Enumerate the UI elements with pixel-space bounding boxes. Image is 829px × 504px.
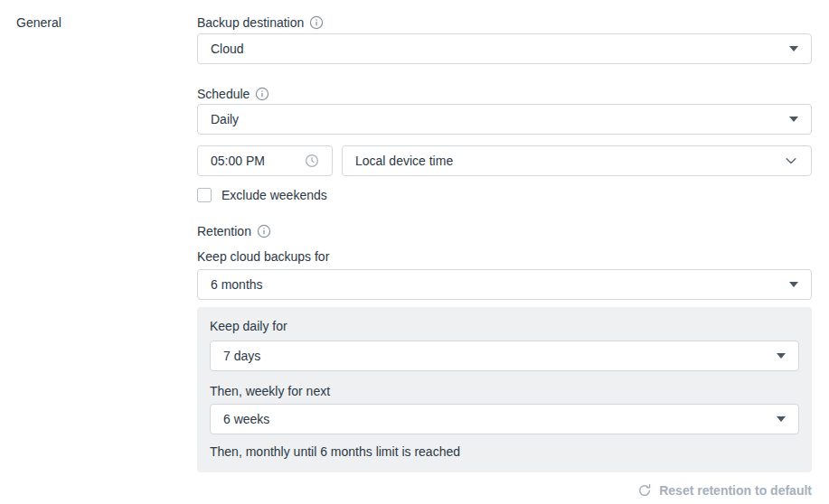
time-input[interactable]: 05:00 PM — [197, 145, 333, 176]
chevron-down-icon — [784, 154, 798, 168]
backup-settings-page: General Backup destination Cloud Schedul… — [0, 0, 829, 504]
keep-daily-value: 7 days — [223, 349, 260, 363]
reset-retention-link[interactable]: Reset retention to default — [197, 483, 812, 498]
keep-daily-select[interactable]: 7 days — [210, 341, 799, 371]
exclude-weekends-checkbox[interactable] — [197, 188, 212, 202]
dropdown-arrow-icon — [789, 117, 798, 122]
schedule-label-row: Schedule — [197, 86, 812, 102]
backup-destination-value: Cloud — [211, 42, 244, 56]
info-icon[interactable] — [255, 87, 269, 101]
weekly-value: 6 weeks — [223, 412, 269, 426]
backup-destination-label: Backup destination — [197, 14, 304, 31]
weekly-select[interactable]: 6 weeks — [210, 404, 799, 434]
backup-destination-label-row: Backup destination — [197, 14, 812, 31]
schedule-label: Schedule — [197, 86, 250, 102]
retention-label: Retention — [197, 223, 251, 239]
schedule-select[interactable]: Daily — [197, 104, 812, 135]
dropdown-arrow-icon — [777, 416, 786, 422]
monthly-note: Then, monthly until 6 months limit is re… — [210, 443, 799, 460]
section-label-general: General — [16, 15, 61, 30]
weekly-label: Then, weekly for next — [210, 383, 799, 399]
time-value: 05:00 PM — [211, 154, 265, 168]
clock-icon — [305, 154, 319, 168]
timezone-select[interactable]: Local device time — [342, 145, 812, 176]
info-icon[interactable] — [257, 224, 271, 238]
timezone-value: Local device time — [355, 154, 453, 168]
keep-cloud-backups-label: Keep cloud backups for — [197, 248, 812, 265]
keep-cloud-backups-select[interactable]: 6 months — [197, 269, 812, 300]
dropdown-arrow-icon — [789, 46, 798, 51]
keep-daily-label: Keep daily for — [210, 318, 799, 334]
schedule-time-row: 05:00 PM Local device time — [197, 145, 812, 176]
schedule-value: Daily — [211, 112, 239, 126]
exclude-weekends-row: Exclude weekends — [197, 187, 812, 203]
retention-detail-panel: Keep daily for 7 days Then, weekly for n… — [197, 307, 812, 472]
reset-label: Reset retention to default — [659, 483, 812, 498]
info-icon[interactable] — [309, 15, 324, 30]
reset-icon — [637, 483, 652, 498]
dropdown-arrow-icon — [789, 282, 798, 287]
keep-cloud-backups-value: 6 months — [211, 277, 263, 292]
settings-form: Backup destination Cloud Schedule Daily … — [197, 14, 812, 498]
exclude-weekends-label: Exclude weekends — [221, 188, 327, 202]
backup-destination-select[interactable]: Cloud — [197, 33, 812, 64]
retention-label-row: Retention — [197, 223, 812, 239]
dropdown-arrow-icon — [777, 353, 786, 359]
